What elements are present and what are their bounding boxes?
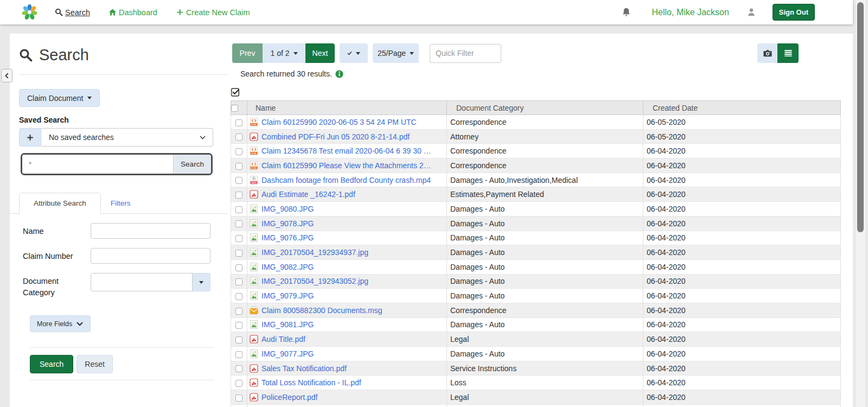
query-search-button[interactable]: Search [173, 155, 211, 174]
claim-number-field-label: Claim Number [23, 248, 91, 262]
nav-item-create-new-claim[interactable]: Create New Claim [176, 8, 250, 17]
column-header-category[interactable]: Document Category [447, 101, 643, 115]
tab-attribute-search[interactable]: Attribute Search [19, 193, 101, 214]
row-checkbox[interactable] [235, 177, 242, 184]
column-header-created-date[interactable]: Created Date [643, 101, 841, 115]
row-checkbox[interactable] [235, 133, 242, 141]
table-row: IMG_20170504_192934937.jpgDamages - Auto… [231, 245, 841, 260]
document-link[interactable]: IMG_9080.JPG [261, 205, 314, 213]
vertical-scrollbar-thumb[interactable] [857, 2, 864, 232]
notifications-bell-icon[interactable] [621, 7, 631, 18]
row-checkbox[interactable] [235, 308, 242, 315]
vertical-scrollbar-track[interactable] [856, 0, 865, 407]
page-indicator-dropdown[interactable]: 1 of 2 [263, 43, 305, 63]
user-greeting: Hello, Mike Jackson [652, 8, 729, 17]
selection-menu-button[interactable] [340, 43, 368, 63]
table-row: IMG_20170504_192943052.jpgDamages - Auto… [231, 274, 841, 289]
row-checkbox[interactable] [235, 322, 242, 329]
saved-search-select[interactable]: No saved searches [41, 128, 213, 147]
html-file-icon: HTML [250, 161, 258, 170]
document-link[interactable]: Total Loss Notification - IL.pdf [261, 378, 361, 387]
user-profile-icon[interactable] [746, 7, 756, 17]
nav-item-search[interactable]: Search [55, 8, 90, 17]
reset-button[interactable]: Reset [76, 355, 113, 373]
divider [30, 380, 214, 380]
select-all-toggle[interactable] [231, 87, 240, 97]
row-checkbox[interactable] [235, 250, 242, 257]
document-link[interactable]: IMG_9076.JPG [261, 233, 314, 242]
created-date-cell: 06-04-2020 [643, 390, 841, 405]
table-row: Audi Estimate _16242-1.pdfEstimates,Paym… [231, 187, 841, 202]
document-link[interactable]: Combined PDF-Fri Jun 05 2020 8-21-14.pdf [261, 132, 410, 141]
document-category-cell: Damages - Auto [447, 289, 643, 303]
thumbnail-view-button[interactable] [757, 43, 777, 63]
document-link[interactable]: IMG_20170504_192943052.jpg [261, 277, 368, 285]
row-checkbox[interactable] [235, 351, 242, 358]
plus-icon [176, 8, 184, 16]
row-checkbox[interactable] [235, 264, 242, 271]
document-link[interactable]: Sales Tax Notification.pdf [261, 364, 347, 373]
document-link[interactable]: IMG_20170504_192934937.jpg [261, 248, 368, 257]
header-checkbox[interactable] [231, 105, 238, 112]
row-checkbox[interactable] [235, 365, 242, 372]
row-checkbox[interactable] [235, 278, 242, 285]
document-type-dropdown[interactable]: Claim Document [19, 89, 100, 107]
add-saved-search-button[interactable] [19, 128, 41, 147]
image-file-icon [250, 263, 258, 271]
nav-item-dashboard[interactable]: Dashboard [108, 8, 157, 17]
caret-down-icon [356, 52, 360, 55]
row-checkbox[interactable] [235, 206, 242, 213]
document-link[interactable]: PoliceReport.pdf [261, 393, 318, 402]
row-checkbox[interactable] [235, 192, 242, 199]
list-view-icon [783, 49, 793, 58]
document-link[interactable]: IMG_9079.JPG [261, 291, 314, 300]
row-checkbox[interactable] [235, 235, 242, 242]
more-fields-button[interactable]: More Fields [30, 315, 91, 332]
document-category-cell: Correspondence [447, 144, 643, 158]
page-title: Search [19, 46, 89, 64]
document-link[interactable]: Claim 8005882300 Documents.msg [261, 306, 382, 315]
document-category-field[interactable] [91, 273, 193, 291]
row-checkbox[interactable] [235, 336, 242, 344]
plus-icon [26, 133, 34, 142]
created-date-cell: 06-04-2020 [643, 216, 841, 231]
query-input[interactable] [22, 155, 173, 174]
document-link[interactable]: Audi Title.pdf [261, 335, 305, 344]
row-checkbox[interactable] [235, 163, 242, 170]
document-link[interactable]: Claim 12345678 Test email 2020-06-04 6 3… [261, 147, 431, 155]
document-link[interactable]: Audi Estimate _16242-1.pdf [261, 190, 355, 199]
document-link[interactable]: Claim 60125990 2020-06-05 3 54 24 PM UTC [261, 118, 417, 126]
next-page-button[interactable]: Next [305, 43, 335, 63]
name-field[interactable] [91, 223, 210, 239]
row-checkbox[interactable] [235, 119, 242, 126]
image-file-icon [250, 349, 258, 358]
sidebar-collapse-button[interactable] [1, 69, 12, 82]
field-row-name: Name [23, 223, 213, 239]
document-category-cell: Correspondence [447, 303, 643, 317]
document-category-dropdown-button[interactable] [193, 273, 210, 291]
row-checkbox[interactable] [235, 293, 242, 300]
tab-filters[interactable]: Filters [101, 193, 141, 213]
per-page-dropdown[interactable]: 25/Page [373, 43, 419, 63]
document-link[interactable]: IMG_9077.JPG [261, 349, 314, 358]
search-submit-button[interactable]: Search [30, 355, 73, 373]
document-link[interactable]: IMG_9081.JPG [261, 320, 314, 329]
document-link[interactable]: Dashcam footage from Bedford County cras… [261, 176, 431, 185]
column-header-name[interactable]: Name [247, 101, 447, 115]
document-link[interactable]: Claim 60125990 Please View the Attachmen… [261, 161, 431, 170]
sign-out-button[interactable]: Sign Out [773, 4, 815, 21]
claim-number-field[interactable] [91, 248, 210, 264]
prev-page-button[interactable]: Prev [232, 43, 263, 63]
row-checkbox[interactable] [235, 220, 242, 227]
row-checkbox[interactable] [235, 395, 242, 402]
document-link[interactable]: IMG_9082.JPG [261, 263, 314, 271]
row-checkbox[interactable] [235, 380, 242, 387]
video-file-icon: MP4 [250, 176, 258, 185]
quick-filter-input[interactable] [430, 44, 501, 63]
html-file-icon: HTML [250, 118, 258, 126]
created-date-cell: 06-04-2020 [643, 173, 841, 187]
list-view-button[interactable] [777, 43, 799, 63]
document-link[interactable]: IMG_9078.JPG [261, 219, 314, 228]
row-checkbox[interactable] [235, 148, 242, 155]
info-icon[interactable] [335, 70, 343, 78]
